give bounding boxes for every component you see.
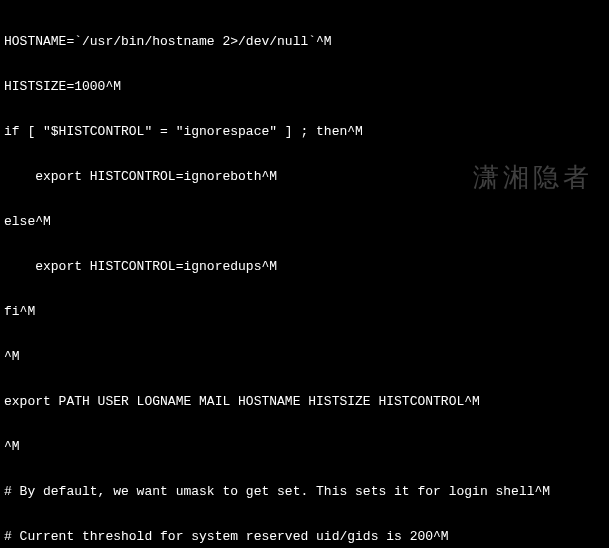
code-line: export PATH USER LOGNAME MAIL HOSTNAME H… bbox=[4, 394, 605, 409]
code-line: # By default, we want umask to get set. … bbox=[4, 484, 605, 499]
code-line: HISTSIZE=1000^M bbox=[4, 79, 605, 94]
code-line: if [ "$HISTCONTROL" = "ignorespace" ] ; … bbox=[4, 124, 605, 139]
code-line: export HISTCONTROL=ignoredups^M bbox=[4, 259, 605, 274]
code-line: HOSTNAME=`/usr/bin/hostname 2>/dev/null`… bbox=[4, 34, 605, 49]
code-line: ^M bbox=[4, 349, 605, 364]
code-line: fi^M bbox=[4, 304, 605, 319]
code-line: else^M bbox=[4, 214, 605, 229]
code-line: ^M bbox=[4, 439, 605, 454]
code-line: # Current threshold for system reserved … bbox=[4, 529, 605, 544]
code-line: export HISTCONTROL=ignoreboth^M bbox=[4, 169, 605, 184]
terminal-output[interactable]: HOSTNAME=`/usr/bin/hostname 2>/dev/null`… bbox=[0, 0, 609, 548]
